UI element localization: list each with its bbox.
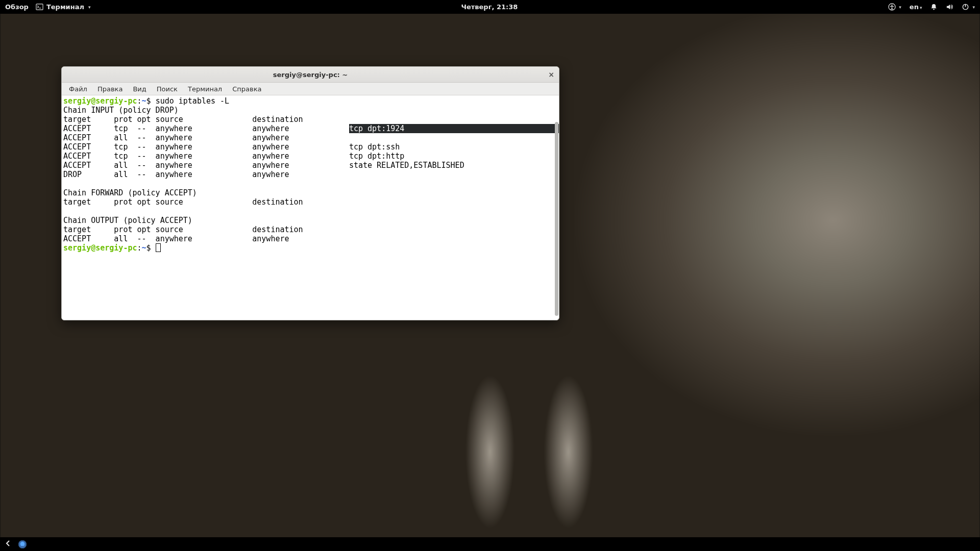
terminal-app-icon <box>36 3 43 11</box>
scrollbar-thumb[interactable] <box>555 122 558 316</box>
svg-rect-0 <box>36 4 43 10</box>
line-header: target prot opt source destination <box>63 115 303 124</box>
text-cursor <box>156 243 161 252</box>
line-rule-1: ACCEPT tcp -- anywhere anywhere <box>63 124 349 133</box>
line-rule-4: ACCEPT tcp -- anywhere anywhere tcp dpt:… <box>63 152 404 161</box>
terminal-viewport[interactable]: sergiy@sergiy-pc:~$ sudo iptables -L Cha… <box>62 95 559 320</box>
prompt-user-host: sergiy@sergiy-pc <box>63 96 137 106</box>
prompt-path: ~ <box>142 96 146 106</box>
line-rule-6: DROP all -- anywhere anywhere <box>63 170 289 179</box>
window-titlebar[interactable]: sergiy@sergiy-pc: ~ × <box>62 67 559 83</box>
app-menu[interactable]: Терминал ▾ <box>36 3 91 11</box>
app-menu-label: Терминал <box>46 3 84 11</box>
menu-help[interactable]: Справка <box>228 84 265 94</box>
close-icon: × <box>548 70 554 79</box>
line-rule-2: ACCEPT all -- anywhere anywhere <box>63 133 289 142</box>
clock[interactable]: Четверг, 21:38 <box>461 3 518 11</box>
line-header: target prot opt source destination <box>63 197 303 207</box>
close-button[interactable]: × <box>547 70 556 79</box>
menu-view[interactable]: Вид <box>129 84 150 94</box>
entered-command: sudo iptables -L <box>156 96 230 106</box>
activities-button[interactable]: Обзор <box>5 3 29 11</box>
window-title: sergiy@sergiy-pc: ~ <box>273 71 348 79</box>
gnome-top-panel: Обзор Терминал ▾ Четверг, 21:38 ▾ en▾ ▾ <box>0 0 735 14</box>
line-output-rule-1: ACCEPT all -- anywhere anywhere <box>63 234 289 243</box>
line-chain-input: Chain INPUT (policy DROP) <box>63 106 179 115</box>
line-header: target prot opt source destination <box>63 225 303 234</box>
line-chain-forward: Chain FORWARD (policy ACCEPT) <box>63 188 197 197</box>
chevron-down-icon: ▾ <box>88 5 91 10</box>
prompt-user-host: sergiy@sergiy-pc <box>63 243 137 253</box>
menu-edit[interactable]: Правка <box>93 84 127 94</box>
menu-search[interactable]: Поиск <box>153 84 182 94</box>
menu-terminal[interactable]: Терминал <box>184 84 226 94</box>
menubar: Файл Правка Вид Поиск Терминал Справка <box>62 83 559 95</box>
line-chain-output: Chain OUTPUT (policy ACCEPT) <box>63 216 192 225</box>
scrollbar[interactable] <box>554 95 559 320</box>
terminal-window: sergiy@sergiy-pc: ~ × Файл Правка Вид По… <box>61 66 559 320</box>
line-rule-5: ACCEPT all -- anywhere anywhere state RE… <box>63 161 464 170</box>
line-rule-3: ACCEPT tcp -- anywhere anywhere tcp dpt:… <box>63 142 400 152</box>
selected-text: tcp dpt:1924 <box>349 124 559 133</box>
terminal-output: sergiy@sergiy-pc:~$ sudo iptables -L Cha… <box>63 96 557 253</box>
prompt-path: ~ <box>142 243 146 253</box>
menu-file[interactable]: Файл <box>65 84 91 94</box>
